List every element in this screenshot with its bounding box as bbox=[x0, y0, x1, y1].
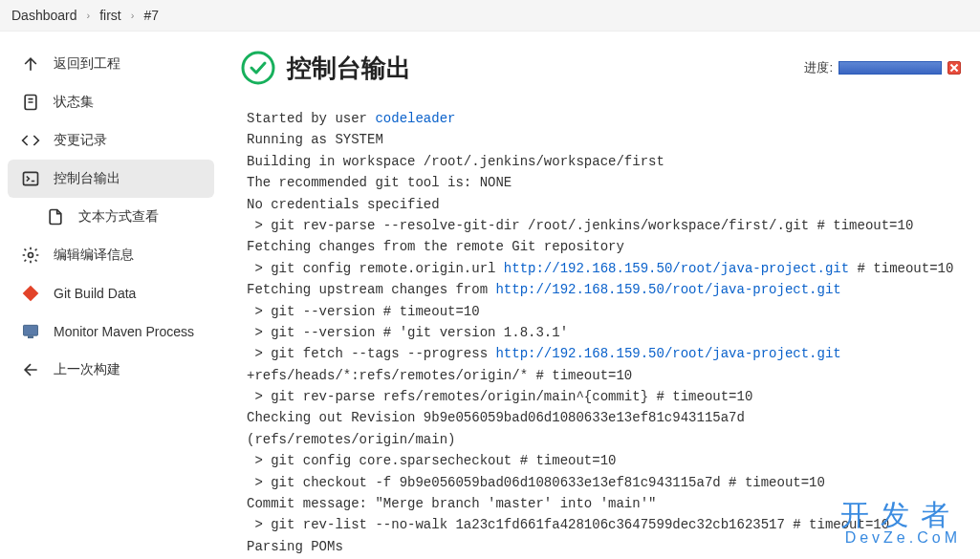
sidebar-item-label: 变更记录 bbox=[54, 132, 107, 149]
terminal-icon bbox=[21, 169, 40, 188]
progress-label: 进度: bbox=[804, 59, 833, 76]
sidebar-item-console-output[interactable]: 控制台输出 bbox=[8, 160, 214, 198]
sidebar-item-label: Git Build Data bbox=[54, 286, 136, 301]
sidebar-item-git-build-data[interactable]: Git Build Data bbox=[8, 274, 214, 312]
breadcrumb-dashboard[interactable]: Dashboard bbox=[11, 8, 77, 23]
sidebar-item-label: Monitor Maven Process bbox=[54, 324, 194, 339]
file-icon bbox=[46, 207, 65, 226]
sidebar-item-status[interactable]: 状态集 bbox=[8, 83, 214, 121]
progress-group: 进度: bbox=[804, 59, 961, 76]
breadcrumb-first[interactable]: first bbox=[99, 8, 121, 23]
console-output: Started by user codeleader Running as SY… bbox=[241, 108, 961, 556]
sidebar-item-label: 状态集 bbox=[54, 94, 94, 111]
repo-url-link[interactable]: http://192.168.159.50/root/java-project.… bbox=[495, 346, 840, 361]
breadcrumb-build-7[interactable]: #7 bbox=[143, 8, 159, 23]
repo-url-link[interactable]: http://192.168.159.50/root/java-project.… bbox=[504, 261, 849, 276]
svg-rect-3 bbox=[24, 325, 38, 335]
sidebar-item-monitor-maven[interactable]: Monitor Maven Process bbox=[8, 312, 214, 351]
git-icon bbox=[21, 284, 40, 303]
cancel-button[interactable] bbox=[947, 61, 961, 75]
svg-point-2 bbox=[29, 253, 33, 258]
svg-rect-1 bbox=[24, 172, 38, 184]
sidebar-item-changes[interactable]: 变更记录 bbox=[8, 121, 214, 160]
chevron-right-icon: › bbox=[87, 10, 91, 21]
user-link[interactable]: codeleader bbox=[375, 111, 455, 126]
chevron-right-icon: › bbox=[131, 10, 135, 21]
arrow-left-icon bbox=[21, 360, 40, 379]
svg-rect-4 bbox=[29, 336, 33, 338]
sidebar-item-edit-build-info[interactable]: 编辑编译信息 bbox=[8, 236, 214, 274]
sidebar-item-label: 返回到工程 bbox=[54, 55, 120, 73]
main-content: 控制台输出 进度: Started by user codeleader Run… bbox=[222, 32, 980, 556]
sidebar-item-label: 控制台输出 bbox=[54, 170, 120, 187]
monitor-icon bbox=[21, 322, 40, 341]
gear-icon bbox=[21, 246, 40, 265]
arrow-up-icon bbox=[21, 54, 40, 74]
sidebar-item-label: 上一次构建 bbox=[54, 361, 120, 378]
svg-point-5 bbox=[243, 53, 273, 83]
code-icon bbox=[21, 131, 40, 150]
sidebar-item-label: 文本方式查看 bbox=[78, 208, 159, 226]
repo-url-link[interactable]: http://192.168.159.50/root/java-project.… bbox=[495, 282, 840, 297]
page-title: 控制台输出 bbox=[287, 52, 411, 85]
sidebar-item-label: 编辑编译信息 bbox=[54, 247, 134, 264]
breadcrumb: Dashboard › first › #7 bbox=[0, 0, 980, 32]
document-icon bbox=[21, 93, 40, 112]
sidebar-item-previous-build[interactable]: 上一次构建 bbox=[8, 351, 214, 389]
progress-bar bbox=[838, 61, 942, 75]
sidebar: 返回到工程 状态集 变更记录 控制台输出 文本方式查看 编辑编译信息 Git B… bbox=[0, 32, 222, 556]
sidebar-item-view-as-text[interactable]: 文本方式查看 bbox=[8, 198, 214, 236]
success-icon bbox=[241, 51, 275, 85]
sidebar-item-back-to-project[interactable]: 返回到工程 bbox=[8, 45, 214, 83]
